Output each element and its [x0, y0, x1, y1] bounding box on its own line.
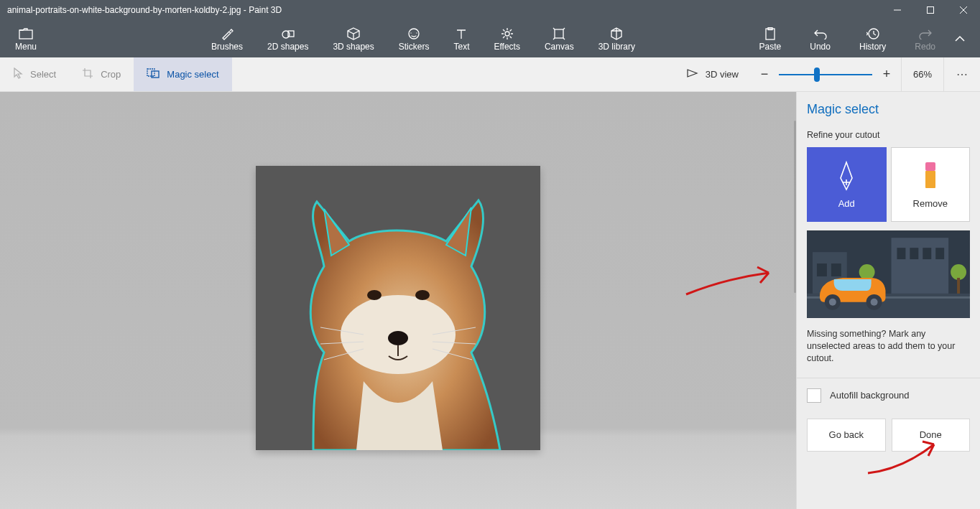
effects-button[interactable]: Effects [486, 19, 527, 57]
3d-library-button[interactable]: 3D library [591, 19, 642, 57]
tool-label: Select [30, 69, 56, 80]
annotation-arrow [683, 264, 783, 300]
ribbon-label: Text [453, 42, 469, 52]
button-label: Remove [913, 198, 948, 209]
close-button[interactable] [947, 0, 980, 19]
ribbon-label: Undo [810, 42, 831, 52]
ribbon-label: Brushes [211, 42, 243, 52]
zoom-in-button[interactable]: + [872, 57, 901, 92]
shapes-2d-icon [282, 26, 295, 42]
zoom-slider-thumb[interactable] [814, 67, 820, 82]
svg-rect-12 [766, 29, 775, 39]
zoom-controls: − + 66% ⋯ [750, 57, 980, 91]
svg-point-18 [367, 290, 382, 300]
tool-label: Crop [101, 69, 121, 80]
history-button[interactable]: History [852, 19, 893, 57]
autofill-checkbox[interactable] [807, 388, 821, 403]
redo-button: Redo [907, 19, 943, 57]
svg-point-9 [505, 32, 509, 36]
brushes-button[interactable]: Brushes [204, 19, 250, 57]
tool-label: Magic select [167, 69, 218, 80]
canvas-image[interactable] [256, 166, 540, 450]
crop-tool[interactable]: Crop [69, 57, 134, 91]
stickers-button[interactable]: Stickers [392, 19, 437, 57]
svg-rect-37 [957, 278, 960, 294]
more-options-button[interactable]: ⋯ [944, 67, 980, 81]
redo-icon [919, 26, 932, 42]
svg-rect-10 [555, 29, 563, 38]
magic-select-panel: Magic select Refine your cutout Add Remo… [796, 92, 980, 509]
workspace: Magic select Refine your cutout Add Remo… [0, 92, 980, 509]
maximize-button[interactable] [914, 0, 947, 19]
svg-rect-33 [831, 263, 841, 276]
zoom-out-button[interactable]: − [750, 57, 779, 92]
svg-rect-32 [817, 263, 827, 276]
svg-point-40 [829, 299, 836, 306]
svg-rect-26 [891, 238, 948, 294]
library-icon [610, 26, 623, 42]
svg-rect-21 [925, 162, 935, 171]
cursor-icon [13, 67, 23, 81]
svg-rect-16 [152, 71, 159, 78]
3d-shapes-button[interactable]: 3D shapes [325, 19, 381, 57]
svg-rect-1 [928, 6, 934, 13]
svg-rect-15 [147, 69, 154, 76]
canvas-icon [553, 26, 565, 42]
menu-button[interactable]: Menu [6, 19, 46, 57]
pencil-add-icon [836, 161, 857, 191]
magic-select-tool[interactable]: Magic select [134, 57, 231, 91]
svg-point-19 [415, 290, 430, 300]
svg-rect-4 [19, 30, 32, 39]
sub-toolbar: Select Crop Magic select 3D view − + 66%… [0, 57, 980, 92]
button-label: Add [838, 198, 855, 209]
ribbon-label: 3D library [598, 42, 635, 52]
effects-icon [501, 26, 514, 42]
svg-point-36 [951, 264, 966, 280]
title-bar: animal-portraits-on-white-background-by-… [0, 0, 980, 19]
ribbon-label: History [859, 42, 886, 52]
remove-button[interactable]: Remove [891, 147, 971, 222]
text-button[interactable]: Text [446, 19, 476, 57]
ribbon-label: Stickers [399, 42, 430, 52]
svg-point-8 [409, 29, 419, 39]
go-back-button[interactable]: Go back [807, 419, 886, 452]
autofill-row[interactable]: Autofill background [807, 388, 970, 403]
vertical-scrollbar[interactable] [794, 121, 796, 293]
divider [797, 378, 980, 378]
example-thumbnail [807, 230, 970, 318]
svg-point-20 [388, 331, 408, 345]
eraser-icon [923, 161, 938, 191]
expand-panel-button[interactable] [946, 19, 974, 57]
svg-rect-29 [923, 248, 931, 259]
select-tool[interactable]: Select [0, 57, 69, 91]
svg-rect-22 [925, 171, 935, 188]
history-icon [866, 26, 879, 42]
zoom-percent[interactable]: 66% [901, 57, 944, 92]
svg-point-34 [859, 264, 875, 280]
zoom-slider[interactable] [779, 57, 872, 92]
2d-shapes-button[interactable]: 2D shapes [260, 19, 315, 57]
window-title: animal-portraits-on-white-background-by-… [7, 5, 881, 15]
panel-subtitle: Refine your cutout [807, 130, 970, 140]
done-button[interactable]: Done [892, 419, 971, 452]
canvas-area[interactable] [0, 92, 796, 509]
ribbon-label: Redo [915, 42, 935, 52]
magic-select-icon [147, 68, 160, 80]
sticker-icon [407, 26, 420, 42]
svg-point-42 [871, 299, 878, 306]
checkbox-label: Autofill background [830, 390, 910, 401]
ribbon-label: Canvas [545, 42, 574, 52]
undo-button[interactable]: Undo [803, 19, 838, 57]
svg-rect-28 [910, 248, 918, 259]
undo-icon [814, 26, 827, 42]
add-button[interactable]: Add [807, 147, 887, 222]
paste-button[interactable]: Paste [752, 19, 789, 57]
ribbon-label: 2D shapes [267, 42, 308, 52]
canvas-button[interactable]: Canvas [537, 19, 581, 57]
svg-rect-27 [897, 248, 905, 259]
ribbon-label: Paste [759, 42, 782, 52]
panel-title: Magic select [807, 102, 970, 117]
minimize-button[interactable] [881, 0, 914, 19]
3d-view-toggle[interactable]: 3D view [675, 57, 750, 91]
button-label: Go back [829, 429, 864, 440]
